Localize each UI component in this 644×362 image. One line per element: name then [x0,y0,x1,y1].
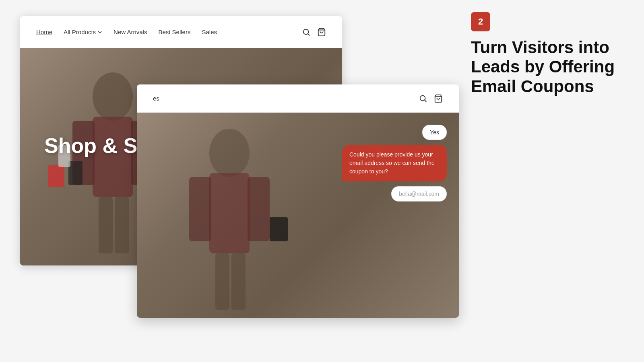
main-nav: Home All Products New Arrivals Best Sell… [20,16,342,48]
second-hero: Yes Could you please provide us your ema… [137,113,459,318]
svg-rect-20 [248,177,270,241]
second-nav-text: es [153,95,159,102]
nav-best-sellers[interactable]: Best Sellers [158,29,190,36]
second-nav: es [137,84,459,113]
svg-rect-13 [115,197,129,253]
svg-rect-7 [48,165,64,187]
svg-point-14 [420,95,425,101]
svg-rect-23 [231,253,246,310]
step-title: Turn Visitors into Leads by Offering Ema… [471,38,624,96]
nav-new-arrivals[interactable]: New Arrivals [114,29,147,36]
svg-line-15 [425,100,426,102]
step-badge: 2 [471,12,490,31]
chevron-down-icon [97,30,102,35]
nav-links: Home All Products New Arrivals Best Sell… [36,29,217,36]
svg-point-0 [303,29,309,34]
svg-rect-22 [215,253,229,310]
cart-icon[interactable] [317,28,326,37]
search-icon-2[interactable] [419,94,427,103]
cart-icon-2[interactable] [434,94,443,103]
search-icon[interactable] [302,28,311,37]
svg-point-17 [209,129,250,177]
svg-rect-21 [270,217,288,241]
second-chat-container: Yes Could you please provide us your ema… [342,125,447,202]
right-content: 2 Turn Visitors into Leads by Offering E… [471,12,624,96]
svg-rect-18 [209,173,250,253]
svg-point-3 [93,72,133,121]
nav-home[interactable]: Home [36,29,52,36]
nav-icons [302,28,326,37]
nav-all-products[interactable]: All Products [64,29,102,35]
yes-response-bubble: Yes [422,125,447,140]
svg-rect-8 [68,161,83,185]
email-input-bubble[interactable]: bella@mail.com [391,186,447,202]
provide-email-bubble: Could you please provide us your email a… [342,145,447,181]
svg-rect-19 [189,177,211,241]
second-browser-window: es Yes Could you please provide u [137,84,459,318]
second-hero-figure [153,121,306,318]
svg-rect-12 [99,197,113,253]
nav-sales[interactable]: Sales [202,29,217,36]
svg-line-1 [308,34,310,35]
